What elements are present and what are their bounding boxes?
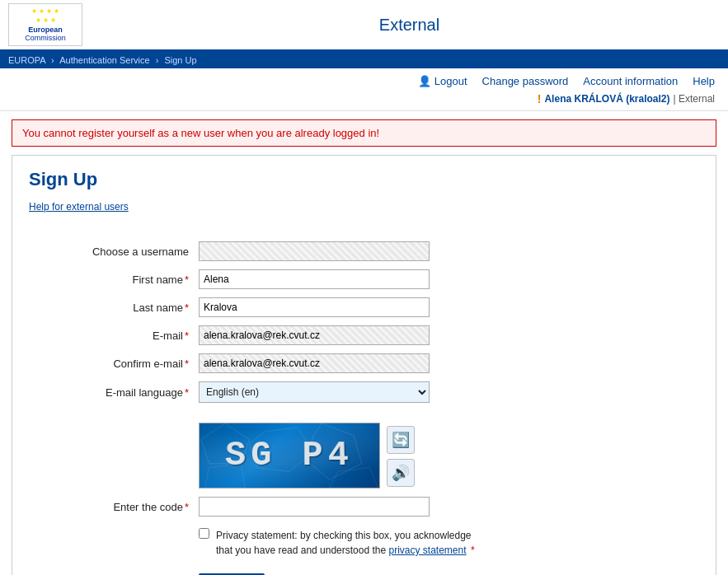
site-title: External — [99, 16, 720, 35]
breadcrumb-bar: EUROPA › Authentication Service › Sign U… — [0, 52, 728, 68]
breadcrumb-europa[interactable]: EUROPA — [8, 55, 45, 65]
lastname-row: Last name* — [29, 293, 699, 321]
signup-form: Choose a username First name* Last name*… — [29, 237, 699, 575]
captcha-spacer — [29, 407, 699, 415]
star-icon: ★ — [39, 7, 45, 15]
username-row: Choose a username — [29, 237, 699, 265]
top-actions-bar: 👤Logout Change password Account informat… — [0, 68, 728, 91]
firstname-row: First name* — [29, 265, 699, 293]
logo-european: European — [28, 26, 63, 34]
help-link-top[interactable]: Help — [693, 75, 715, 87]
help-for-external-users-link[interactable]: Help for external users — [29, 201, 129, 213]
firstname-input[interactable] — [199, 269, 430, 289]
star-icon: ★ — [43, 16, 49, 24]
email-language-label: E-mail language* — [29, 377, 194, 407]
email-language-row: E-mail language* English (en) French (fr… — [29, 377, 699, 407]
ec-logo: ★ ★ ★ ★ ★ ★ ★ European Commission — [8, 3, 82, 46]
captcha-audio-button[interactable]: 🔊 — [387, 459, 415, 487]
user-icon: 👤 — [418, 75, 431, 87]
email-language-select[interactable]: English (en) French (fr) German (de) Spa… — [199, 381, 430, 403]
required-star: * — [185, 386, 189, 399]
star-icon: ★ — [54, 7, 59, 15]
captcha-row: SG P4 🔄 🔊 — [29, 415, 699, 493]
email-row: E-mail* — [29, 321, 699, 349]
enter-code-label: Enter the code* — [29, 493, 194, 521]
star-icon: ★ — [31, 7, 37, 15]
breadcrumb-signup[interactable]: Sign Up — [164, 55, 196, 65]
confirm-email-row: Confirm e-mail* — [29, 349, 699, 377]
logo-commission: Commission — [25, 34, 66, 42]
captcha-text-display: SG P4 — [224, 436, 355, 475]
account-information-link[interactable]: Account information — [583, 75, 678, 87]
user-type-label: | External — [674, 93, 716, 105]
required-star: * — [185, 501, 189, 513]
change-password-link[interactable]: Change password — [482, 75, 569, 87]
confirm-email-label: Confirm e-mail* — [29, 349, 194, 377]
privacy-required-star: * — [471, 545, 475, 556]
lastname-label: Last name* — [29, 293, 194, 321]
required-star: * — [185, 273, 189, 286]
required-star: * — [185, 330, 189, 342]
star-icon: ★ — [35, 16, 41, 24]
captcha-code-input[interactable] — [199, 497, 430, 517]
captcha-image: SG P4 — [199, 423, 380, 489]
privacy-checkbox[interactable] — [199, 528, 209, 539]
lastname-input[interactable] — [199, 297, 430, 317]
breadcrumb-separator: › — [51, 55, 54, 65]
firstname-label: First name* — [29, 265, 194, 293]
email-label: E-mail* — [29, 321, 194, 349]
email-input[interactable] — [199, 325, 430, 345]
user-display-name: Alena KRÁLOVÁ (kraloal2) — [544, 93, 669, 105]
privacy-container: Privacy statement: by checking this box,… — [199, 528, 694, 558]
logo-stars: ★ ★ ★ ★ — [31, 7, 59, 15]
breadcrumb-separator: › — [156, 55, 159, 65]
header: ★ ★ ★ ★ ★ ★ ★ European Commission Extern… — [0, 0, 728, 52]
required-star: * — [185, 358, 189, 370]
user-exclamation-icon: ! — [538, 92, 542, 105]
main-content: Sign Up Help for external users Choose a… — [12, 155, 716, 575]
username-input-hatched[interactable] — [199, 241, 430, 261]
privacy-statement-link[interactable]: privacy statement — [389, 545, 467, 556]
page-title: Sign Up — [29, 169, 699, 190]
submit-row: Sign up — [29, 562, 699, 575]
captcha-container: SG P4 🔄 🔊 — [199, 423, 694, 489]
username-label: Choose a username — [29, 237, 194, 265]
warning-message: You cannot register yourself as a new us… — [22, 127, 379, 139]
required-star: * — [185, 302, 189, 314]
enter-code-row: Enter the code* — [29, 493, 699, 521]
breadcrumb-auth[interactable]: Authentication Service — [59, 55, 149, 65]
privacy-row: Privacy statement: by checking this box,… — [29, 521, 699, 562]
confirm-email-input[interactable] — [199, 353, 430, 373]
captcha-refresh-button[interactable]: 🔄 — [387, 426, 415, 454]
star-icon: ★ — [50, 16, 56, 24]
privacy-statement-text: Privacy statement: by checking this box,… — [216, 528, 480, 558]
warning-banner: You cannot register yourself as a new us… — [12, 119, 716, 147]
user-info-bar: ! Alena KRÁLOVÁ (kraloal2) | External — [0, 91, 728, 111]
captcha-controls: 🔄 🔊 — [387, 423, 415, 487]
logout-link[interactable]: 👤Logout — [418, 75, 467, 87]
star-icon: ★ — [46, 7, 52, 15]
user-separator: | — [674, 93, 676, 105]
logo-stars-2: ★ ★ ★ — [35, 16, 56, 24]
